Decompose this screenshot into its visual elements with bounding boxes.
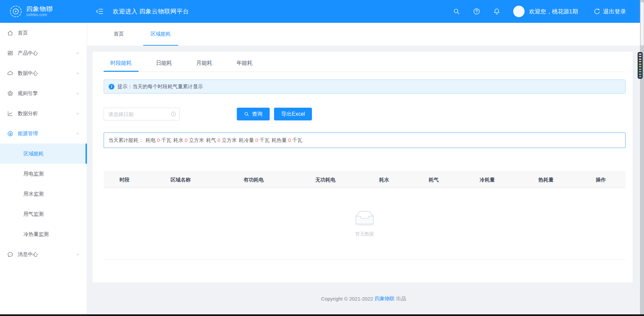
table-column-header: 无功耗电 (291, 177, 359, 183)
table-column-header: 有功耗电 (216, 177, 292, 183)
chevron-down-icon (75, 71, 80, 76)
energy-tab-label: 年能耗 (236, 60, 253, 66)
chevron-down-icon (75, 111, 80, 116)
logout-button[interactable]: 退出登录 (593, 8, 626, 15)
sidebar-item[interactable]: 消息中心 (0, 244, 87, 264)
sidebar-subitem-label: 冷热量监测 (23, 231, 49, 238)
sidebar-item[interactable]: 能源管理 (0, 123, 87, 144)
chevron-up-icon (75, 131, 80, 136)
empty-box-icon (352, 210, 377, 227)
search-icon[interactable] (453, 8, 460, 15)
bell-icon[interactable] (493, 8, 500, 15)
bottom-edge-strip (0, 314, 644, 316)
summary-item: 耗冷量 0 千瓦 (239, 137, 270, 143)
brand-domain: sxlinks.com (26, 13, 53, 17)
scrollbar-thumb[interactable] (641, 2, 644, 46)
energy-table: 时段区域名称有功耗电无功耗电耗水耗气冷耗量热耗量操作 暂无数据 (104, 172, 626, 260)
table-column-header: 耗气 (409, 177, 459, 183)
sidebar-subitem[interactable]: 区域能耗 (0, 144, 87, 164)
sidebar-subitem-label: 用气监测 (23, 211, 44, 217)
energy-icon (7, 130, 13, 137)
product-icon (7, 50, 13, 56)
help-icon[interactable] (473, 8, 480, 15)
sidebar-subitem-label: 用电监测 (23, 171, 44, 177)
copyright-text: Copyright © 2021-2022 (321, 296, 373, 302)
table-empty-state: 暂无数据 (104, 188, 626, 260)
summary-item: 耗热量 0 千瓦 (272, 137, 303, 143)
table-column-header: 时段 (104, 177, 145, 183)
nav-tab[interactable]: 首页 (106, 23, 131, 46)
main-content: 时段能耗日能耗月能耗年能耗 i 提示：当天的每个时段耗气量累计显示 查询 (87, 46, 640, 282)
summary-prefix: 当天累计能耗： (108, 137, 144, 144)
energy-tab[interactable]: 时段能耗 (104, 60, 139, 71)
logout-icon (593, 8, 601, 15)
page-title: 欢迎进入 四象云物联网平台 (113, 7, 189, 15)
scrollbar-track[interactable] (640, 0, 644, 316)
summary-value: 0 (218, 137, 220, 143)
search-icon (244, 111, 249, 117)
breadcrumb-tabbar: 首页区域能耗 (87, 23, 640, 46)
sidebar-item-label: 消息中心 (18, 251, 75, 258)
chevron-down-icon (75, 252, 80, 257)
rule-icon (7, 90, 13, 97)
info-icon: i (109, 84, 114, 90)
table-column-header: 区域名称 (145, 177, 216, 183)
brand-logo-icon (9, 4, 23, 18)
sidebar-item-label: 产品中心 (18, 50, 75, 56)
content-card: 时段能耗日能耗月能耗年能耗 i 提示：当天的每个时段耗气量累计显示 查询 (93, 52, 633, 282)
summary-value: 0 (157, 137, 160, 143)
top-header: 四象物聯 sxlinks.com 欢迎进入 四象云物联网平台 欢迎您，桃花源1期… (0, 0, 640, 23)
summary-value: 0 (255, 137, 258, 143)
energy-tab[interactable]: 月能耗 (190, 60, 219, 71)
user-greeting: 欢迎您，桃花源1期 (529, 8, 578, 15)
sidebar-item[interactable]: 数据中心 (0, 63, 87, 83)
sidebar-item-label: 规则引擎 (18, 90, 75, 97)
brand-name: 四象物聯 (26, 5, 53, 13)
summary-item: 耗气 0 立方米 (206, 137, 237, 143)
clock-icon (170, 111, 176, 117)
scroll-minimap-widget[interactable] (638, 52, 643, 79)
sidebar-item[interactable]: 规则引擎 (0, 83, 87, 103)
sidebar-subitem[interactable]: 用水监测 (0, 184, 87, 204)
footer: Copyright © 2021-2022 四象物联 出品 (87, 282, 640, 315)
sidebar-item[interactable]: 首页 (0, 23, 87, 43)
energy-tab-label: 日能耗 (156, 60, 172, 66)
sidebar-item-label: 首页 (18, 30, 80, 36)
table-header-row: 时段区域名称有功耗电无功耗电耗水耗气冷耗量热耗量操作 (104, 172, 626, 188)
sidebar-item-label: 能源管理 (18, 130, 75, 137)
daily-summary: 当天累计能耗： 耗电 0 千瓦耗水 0 立方米耗气 0 立方米耗冷量 0 千瓦耗… (104, 133, 626, 148)
sidebar-item-label: 数据分析 (18, 110, 75, 117)
menu-collapse-icon[interactable] (95, 7, 104, 15)
summary-value: 0 (185, 137, 187, 143)
date-picker-input[interactable] (104, 108, 180, 120)
sidebar-item-label: 数据中心 (18, 70, 75, 76)
message-icon (7, 251, 13, 258)
sidebar-subitem[interactable]: 冷热量监测 (0, 224, 87, 244)
chevron-down-icon (75, 51, 80, 56)
sidebar-subitem[interactable]: 用气监测 (0, 204, 87, 224)
table-column-header: 冷耗量 (459, 177, 516, 183)
energy-tab[interactable]: 年能耗 (230, 60, 259, 71)
nav-tab[interactable]: 区域能耗 (143, 23, 178, 46)
chevron-down-icon (75, 91, 80, 96)
empty-text: 暂无数据 (355, 231, 374, 237)
query-button[interactable]: 查询 (237, 108, 270, 120)
sidebar: 首页产品中心数据中心规则引擎数据分析能源管理区域能耗用电监测用水监测用气监测冷热… (0, 23, 87, 315)
logo: 四象物聯 sxlinks.com (0, 4, 87, 18)
energy-tabs: 时段能耗日能耗月能耗年能耗 (104, 60, 626, 72)
export-excel-button[interactable]: 导出Excel (274, 108, 312, 120)
table-column-header: 热耗量 (516, 177, 576, 183)
energy-tab-label: 时段能耗 (110, 60, 132, 66)
copyright-suffix: 出品 (396, 296, 406, 302)
energy-tab[interactable]: 日能耗 (149, 60, 179, 71)
brand-link[interactable]: 四象物联 (375, 296, 395, 302)
sidebar-subitem-label: 用水监测 (23, 191, 44, 197)
sidebar-item[interactable]: 数据分析 (0, 103, 87, 123)
home-icon (7, 30, 13, 36)
summary-item: 耗电 0 千瓦 (146, 137, 171, 143)
table-column-header: 耗水 (359, 177, 409, 183)
sidebar-item[interactable]: 产品中心 (0, 43, 87, 63)
avatar[interactable] (513, 6, 525, 17)
sidebar-subitem[interactable]: 用电监测 (0, 164, 87, 184)
info-alert: i 提示：当天的每个时段耗气量累计显示 (104, 80, 626, 94)
